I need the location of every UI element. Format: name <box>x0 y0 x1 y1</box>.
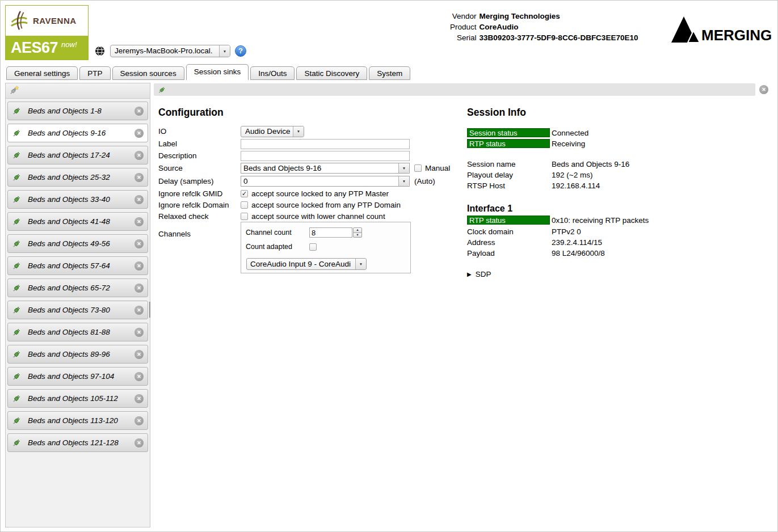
tab-general-settings[interactable]: General settings <box>6 66 78 80</box>
sink-item[interactable]: Beds and Objects 105-112✕ <box>7 389 148 408</box>
payload-value: 98 L24/96000/8 <box>552 248 605 259</box>
sink-item[interactable]: Beds and Objects 65-72✕ <box>7 278 148 297</box>
clock-domain-label: Clock domain <box>467 226 552 237</box>
sink-label: Beds and Objects 97-104 <box>28 372 134 381</box>
session-info-heading: Session Info <box>467 107 711 119</box>
count-adapted-label: Count adapted <box>246 243 309 251</box>
sink-item[interactable]: Beds and Objects 17-24✕ <box>7 146 148 164</box>
remove-sink-button[interactable]: ✕ <box>134 328 144 337</box>
help-button[interactable]: ? <box>235 45 246 57</box>
ignore-refclk-gmid-checkbox[interactable]: ✓ <box>241 190 248 197</box>
channel-device-select[interactable]: CoreAudio Input 9 - CoreAudi ▼ <box>246 258 367 270</box>
sink-item[interactable]: Beds and Objects 41-48✕ <box>7 212 148 231</box>
host-select[interactable]: Jeremys-MacBook-Pro.local. ▼ <box>110 45 230 57</box>
remove-sink-button[interactable]: ✕ <box>134 107 144 116</box>
sink-item[interactable]: Beds and Objects 81-88✕ <box>7 323 148 341</box>
tab-ins-outs[interactable]: Ins/Outs <box>250 66 295 80</box>
remove-sink-button[interactable]: ✕ <box>134 372 144 381</box>
sink-list-header <box>6 83 150 99</box>
plug-icon <box>12 239 22 248</box>
vendor-label: Vendor <box>450 12 477 20</box>
add-sink-plug-icon[interactable] <box>10 86 19 96</box>
label-input[interactable] <box>241 139 410 149</box>
sink-list: Beds and Objects 1-8✕ Beds and Objects 9… <box>6 99 150 452</box>
delay-select-value: 0 <box>241 176 398 186</box>
source-select[interactable]: Beds and Objects 9-16 ▼ <box>241 163 410 174</box>
ravenna-brand-text: RAVENNA <box>33 16 77 26</box>
ignore-refclk-domain-checkbox[interactable] <box>241 201 248 209</box>
collapsed-arrow-icon: ▶ <box>467 271 472 277</box>
sink-item[interactable]: Beds and Objects 121-128✕ <box>7 433 148 452</box>
session-name-label: Session name <box>467 159 552 170</box>
sink-item[interactable]: Beds and Objects 89-96✕ <box>7 345 148 364</box>
session-status-badge: Session status <box>467 128 550 137</box>
sink-item[interactable]: Beds and Objects 57-64✕ <box>7 256 148 275</box>
tab-static-discovery[interactable]: Static Discovery <box>296 66 367 80</box>
sink-item[interactable]: Beds and Objects 73-80✕ <box>7 301 148 319</box>
stepper-down-button[interactable]: ▼ <box>353 233 362 238</box>
sink-label: Beds and Objects 73-80 <box>28 306 134 314</box>
panel-splitter[interactable] <box>149 302 150 318</box>
sink-item[interactable]: Beds and Objects 113-120✕ <box>7 411 148 430</box>
manual-checkbox[interactable] <box>414 164 422 172</box>
remove-sink-button[interactable]: ✕ <box>134 195 144 204</box>
remove-sink-button[interactable]: ✕ <box>134 416 144 425</box>
remove-sink-button[interactable]: ✕ <box>134 306 144 315</box>
remove-sink-button[interactable]: ✕ <box>134 151 144 160</box>
configuration-heading: Configuration <box>158 107 224 119</box>
chevron-down-icon: ▼ <box>398 163 409 173</box>
device-info: Vendor Merging Technologies Product Core… <box>450 12 638 42</box>
payload-label: Payload <box>467 248 552 259</box>
remove-sink-button[interactable]: ✕ <box>134 173 144 182</box>
relaxed-check-checkbox[interactable] <box>241 213 248 220</box>
plug-icon <box>158 86 166 94</box>
aes67-text: AES67 <box>11 39 58 57</box>
remove-sink-button[interactable]: ✕ <box>134 217 144 226</box>
chevron-down-icon: ▼ <box>398 176 409 186</box>
tab-system[interactable]: System <box>369 66 410 80</box>
tab-session-sources[interactable]: Session sources <box>112 66 184 80</box>
sink-label: Beds and Objects 25-32 <box>28 173 134 181</box>
description-input[interactable] <box>241 151 410 161</box>
remove-sink-button[interactable]: ✕ <box>134 438 144 447</box>
io-select-value: Audio Device <box>241 126 293 137</box>
sink-label: Beds and Objects 81-88 <box>28 328 134 336</box>
rtsp-host-label: RTSP Host <box>467 180 552 191</box>
vendor-value: Merging Technologies <box>480 12 638 20</box>
playout-delay-label: Playout delay <box>467 170 552 180</box>
ignore-refclk-gmid-label: Ignore refclk GMID <box>158 189 241 198</box>
sink-item[interactable]: Beds and Objects 33-40✕ <box>7 190 148 209</box>
plug-icon <box>12 261 22 271</box>
sink-item[interactable]: Beds and Objects 97-104✕ <box>7 367 148 386</box>
tab-ptp[interactable]: PTP <box>79 66 110 80</box>
sink-list-panel: Beds and Objects 1-8✕ Beds and Objects 9… <box>5 83 150 527</box>
count-adapted-checkbox[interactable] <box>309 243 317 251</box>
remove-sink-button[interactable]: ✕ <box>134 284 144 293</box>
io-select[interactable]: Audio Device ▼ <box>241 126 304 137</box>
sdp-toggle[interactable]: ▶ SDP <box>467 270 711 278</box>
sink-item[interactable]: Beds and Objects 1-8✕ <box>7 102 148 120</box>
serial-value: 33B09203-3777-5DF9-8CC6-DBFC3EE70E10 <box>480 33 638 42</box>
channel-count-input[interactable] <box>309 227 352 238</box>
plug-icon <box>12 394 22 403</box>
globe-icon <box>95 46 105 56</box>
close-panel-button[interactable]: ✕ <box>759 85 768 94</box>
manual-checkbox-label: Manual <box>425 164 450 172</box>
remove-sink-button[interactable]: ✕ <box>134 350 144 359</box>
remove-sink-button[interactable]: ✕ <box>134 239 144 248</box>
remove-sink-button[interactable]: ✕ <box>134 261 144 271</box>
sink-item-selected[interactable]: Beds and Objects 9-16✕ <box>7 124 148 142</box>
rtp-status-badge: RTP status <box>467 139 550 148</box>
remove-sink-button[interactable]: ✕ <box>134 129 144 138</box>
tab-session-sinks[interactable]: Session sinks <box>186 64 249 80</box>
merging-triangle-icon <box>670 15 701 44</box>
sink-label: Beds and Objects 105-112 <box>28 394 134 403</box>
sink-item[interactable]: Beds and Objects 49-56✕ <box>7 234 148 253</box>
aes67-now-text: now! <box>61 40 77 49</box>
ignore-refclk-domain-label: Ignore refclk Domain <box>158 201 241 209</box>
rtsp-host-value: 192.168.4.114 <box>552 180 600 191</box>
delay-select[interactable]: 0 ▼ <box>241 176 410 187</box>
sink-item[interactable]: Beds and Objects 25-32✕ <box>7 168 148 187</box>
channels-label: Channels <box>158 222 241 238</box>
remove-sink-button[interactable]: ✕ <box>134 394 144 403</box>
